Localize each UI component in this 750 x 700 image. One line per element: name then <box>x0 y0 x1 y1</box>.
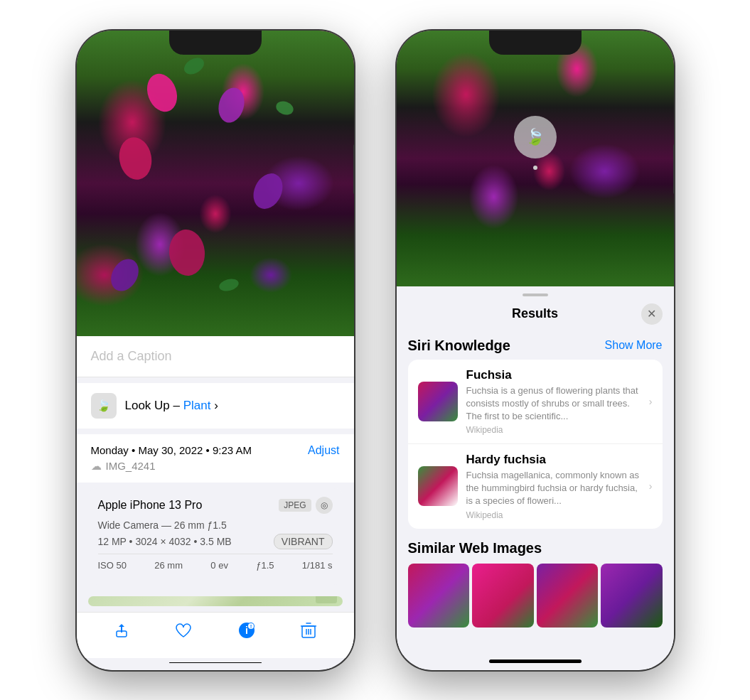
camera-info-button[interactable]: ◎ <box>316 497 333 514</box>
exif-row: ISO 50 26 mm 0 ev ƒ1.5 1/181 s <box>98 554 333 576</box>
hardy-name: Hardy fuchsia <box>466 453 641 467</box>
scene: Add a Caption 🍃 Look Up – Plant › Monday… <box>0 0 750 700</box>
fuchsia-text: Fuchsia Fuchsia is a genus of flowering … <box>466 368 641 436</box>
similar-images <box>408 564 663 628</box>
knowledge-item-hardy[interactable]: Hardy fuchsia Fuchsia magellanica, commo… <box>408 443 663 529</box>
knowledge-card: Fuchsia Fuchsia is a genus of flowering … <box>408 360 663 529</box>
results-content: Siri Knowledge Show More Fuchsia Fuchsia… <box>397 332 674 655</box>
siri-knowledge-title: Siri Knowledge <box>408 338 510 354</box>
hardy-text: Hardy fuchsia Fuchsia magellanica, commo… <box>466 453 641 520</box>
caption-placeholder[interactable]: Add a Caption <box>91 349 172 363</box>
results-header: Results ✕ <box>397 301 674 332</box>
siri-dot <box>533 166 537 170</box>
home-indicator <box>169 662 262 663</box>
exif-focal: 26 mm <box>154 560 183 571</box>
sheet-handle <box>523 294 548 296</box>
show-more-button[interactable]: Show More <box>605 339 663 352</box>
siri-knowledge-header: Siri Knowledge Show More <box>408 338 663 354</box>
exif-ev: 0 ev <box>210 560 228 571</box>
lookup-label[interactable]: Look Up – Plant › <box>125 399 218 413</box>
hardy-source: Wikipedia <box>466 510 641 520</box>
heart-button[interactable] <box>174 622 193 643</box>
vibrant-badge: VIBRANT <box>274 534 333 549</box>
knowledge-item-fuchsia[interactable]: Fuchsia Fuchsia is a genus of flowering … <box>408 360 663 444</box>
phone-1: Add a Caption 🍃 Look Up – Plant › Monday… <box>77 31 354 670</box>
hardy-desc: Fuchsia magellanica, commonly known as t… <box>466 469 641 508</box>
similar-image-4[interactable] <box>601 564 663 628</box>
filename-text: IMG_4241 <box>106 460 156 472</box>
similar-image-2[interactable] <box>472 564 534 628</box>
exif-shutter: 1/181 s <box>302 560 333 571</box>
lookup-section: 🍃 Look Up – Plant › <box>77 383 354 429</box>
bottom-toolbar: i ! <box>77 612 354 658</box>
similar-header: Similar Web Images <box>408 540 663 556</box>
jpeg-badge: JPEG <box>279 499 311 512</box>
date-text: Monday • May 30, 2022 • 9:23 AM <box>91 444 252 456</box>
camera-name: Apple iPhone 13 Pro <box>98 499 203 512</box>
phone-2: 🍃 Results ✕ Siri Knowledge Show More <box>397 31 674 670</box>
similar-image-3[interactable] <box>537 564 599 628</box>
camera-detail1: Wide Camera — 26 mm ƒ1.5 <box>98 519 333 531</box>
map-section[interactable] <box>88 596 343 606</box>
results-title: Results <box>429 306 641 321</box>
siri-overlay[interactable]: 🍃 <box>514 116 557 158</box>
camera-section: Apple iPhone 13 Pro JPEG ◎ Wide Camera —… <box>88 488 343 585</box>
photo-area-2[interactable]: 🍃 <box>397 31 674 286</box>
exif-iso: ISO 50 <box>98 560 127 571</box>
chevron-icon-1: › <box>649 396 653 407</box>
results-sheet: Results ✕ Siri Knowledge Show More <box>397 286 674 655</box>
fuchsia-name: Fuchsia <box>466 368 641 382</box>
meta-section: Monday • May 30, 2022 • 9:23 AM Adjust ☁… <box>77 434 354 483</box>
delete-button[interactable] <box>300 621 317 644</box>
info-button[interactable]: i ! <box>237 621 256 644</box>
exif-aperture: ƒ1.5 <box>256 560 274 571</box>
close-button[interactable]: ✕ <box>641 303 663 325</box>
photo-area-1[interactable] <box>77 31 354 336</box>
lookup-icon: 🍃 <box>91 393 117 419</box>
fuchsia-thumbnail <box>418 382 458 421</box>
hardy-thumbnail <box>418 466 458 506</box>
caption-area[interactable]: Add a Caption <box>77 336 354 377</box>
chevron-icon-2: › <box>649 480 653 492</box>
adjust-button[interactable]: Adjust <box>308 444 339 457</box>
svg-text:!: ! <box>250 623 252 630</box>
fuchsia-desc: Fuchsia is a genus of flowering plants t… <box>466 384 641 424</box>
share-button[interactable] <box>113 622 130 643</box>
similar-image-1[interactable] <box>408 564 470 628</box>
camera-detail2: 12 MP • 3024 × 4032 • 3.5 MB <box>98 536 232 547</box>
cloud-icon: ☁ <box>91 460 102 473</box>
fuchsia-source: Wikipedia <box>466 425 641 435</box>
home-indicator-2 <box>489 659 582 663</box>
